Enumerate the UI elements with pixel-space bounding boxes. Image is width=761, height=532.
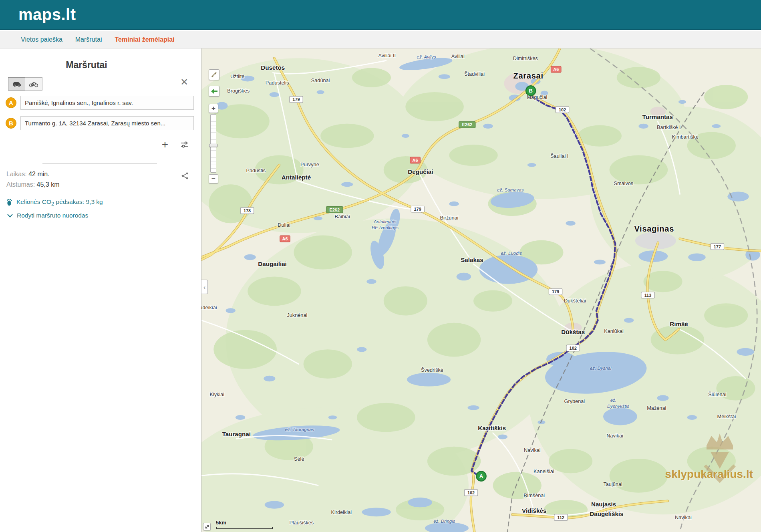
zoom-slider-handle[interactable] — [209, 144, 217, 147]
add-waypoint-button[interactable]: + — [162, 139, 168, 150]
route-options-button[interactable] — [180, 141, 189, 149]
map-label: Šiūlėnai — [708, 391, 726, 397]
map-label: ež. Samavas — [497, 187, 524, 192]
route-arrow-tool-button[interactable] — [209, 86, 219, 97]
road-badge: 113 — [641, 292, 654, 298]
bike-mode-button[interactable] — [25, 77, 42, 91]
distance-row: Atstumas: 45,3 km — [6, 179, 60, 190]
car-icon — [12, 81, 22, 87]
map-label: Kazitiškis — [478, 425, 506, 431]
road-badge: 179 — [549, 288, 562, 295]
svg-text:112: 112 — [558, 515, 565, 520]
road-badge: E262 — [326, 206, 343, 213]
map-label: Zarasai — [513, 71, 544, 80]
road-badge: 102 — [464, 490, 477, 496]
svg-text:177: 177 — [714, 244, 721, 249]
collapse-panel-button[interactable]: ‹ — [201, 280, 208, 294]
map-svg[interactable]: 179E262A6A6178E262179A617910210211317710… — [201, 48, 761, 532]
options-sliders-icon — [180, 141, 189, 149]
map-label: Daugailiai — [258, 260, 287, 267]
waypoint-b-badge: B — [6, 118, 16, 129]
road-badge: 102 — [566, 345, 580, 351]
share-route-button[interactable] — [181, 172, 189, 181]
route-marker-b[interactable]: B — [526, 86, 536, 95]
co2-text: Kelionės CO2 pėdsakas: 9,3 kg — [16, 198, 103, 207]
map-label: Salakas — [461, 256, 483, 263]
footprint-icon — [6, 199, 12, 207]
map-label: Klykiai — [209, 391, 224, 397]
map-label: Baibiai — [335, 214, 350, 220]
map-label: Kirdeikiai — [331, 509, 352, 515]
map-label: ež. Avilys — [417, 54, 436, 59]
map-label: Meikštai — [717, 413, 736, 419]
map-label: Navikai — [675, 514, 692, 520]
map-label: Bartkiškė I — [657, 124, 680, 130]
co2-footprint-row: Kelionės CO2 pėdsakas: 9,3 kg — [6, 198, 103, 207]
map-label: Juknėnai — [287, 312, 307, 318]
road-badge: 179 — [411, 206, 424, 212]
svg-text:A: A — [479, 473, 483, 479]
map-label: Aviliai — [451, 53, 465, 59]
zoom-in-button[interactable]: + — [209, 104, 218, 113]
zoom-slider-track[interactable] — [210, 114, 216, 173]
svg-text:179: 179 — [552, 289, 559, 294]
map-label: Aviliai II — [378, 52, 396, 58]
map-label: Vidiškės — [522, 507, 546, 514]
map-label: Grybenai — [564, 398, 585, 404]
map-label: Kimbartiškė — [672, 134, 699, 140]
svg-text:B: B — [529, 88, 533, 94]
waypoint-b-input[interactable] — [20, 116, 194, 130]
diagonal-expand-icon — [205, 524, 209, 529]
map-label: Dimitriškės — [513, 55, 538, 61]
main-nav: Vietos paieška Maršrutai Teminiai žemėla… — [0, 31, 761, 48]
map-label: Šauliai I — [550, 153, 568, 159]
car-mode-button[interactable] — [8, 77, 25, 91]
map-label: Navikai — [606, 433, 623, 439]
map-label: ež. Dysnai — [590, 366, 612, 371]
bike-icon — [29, 81, 38, 87]
show-directions-link[interactable]: Rodyti maršruto nuorodas — [7, 212, 88, 219]
map-label: Visaginas — [634, 224, 674, 233]
svg-text:E262: E262 — [330, 208, 340, 212]
scale-bar-label: 5km — [216, 520, 226, 526]
svg-text:A6: A6 — [553, 67, 559, 72]
svg-text:179: 179 — [414, 207, 421, 212]
map-label: Degučiai — [408, 168, 433, 175]
map-label: ež. — [610, 398, 616, 403]
nav-item-marsrutai[interactable]: Maršrutai — [75, 36, 102, 43]
nav-item-teminiai-zemelapiai[interactable]: Teminiai žemėlapiai — [115, 36, 174, 43]
scale-bar-line — [216, 527, 273, 529]
waypoint-row-b: B — [6, 116, 194, 130]
panel-divider — [42, 163, 157, 164]
chevron-down-icon — [7, 214, 13, 218]
road-badge: 179 — [290, 96, 303, 103]
map-label: Dysnykštis — [607, 404, 629, 409]
watermark-text: sklypukaralius.lt — [665, 468, 753, 481]
map-label: Duliai — [278, 222, 290, 228]
green-arrow-icon — [211, 89, 218, 94]
svg-text:178: 178 — [244, 208, 251, 213]
map-label: Dūkšteliai — [564, 298, 586, 304]
map-label: Naujasis — [591, 501, 616, 508]
map-label: Mažėnai — [647, 405, 666, 411]
measure-tool-button[interactable] — [209, 69, 219, 80]
distance-label: Atstumas: — [6, 181, 35, 188]
map-label: Štadviliai — [464, 71, 485, 77]
map-label: Dusetos — [261, 64, 285, 71]
map-label: adeikiai — [201, 304, 217, 310]
time-row: Laikas: 42 min. — [6, 169, 60, 179]
map-label: Dūkštas — [561, 328, 585, 335]
svg-text:102: 102 — [559, 107, 566, 112]
zoom-out-button[interactable]: − — [209, 174, 218, 183]
nav-item-vietos-paieska[interactable]: Vietos paieška — [21, 36, 62, 43]
waypoint-a-input[interactable] — [20, 96, 194, 110]
panel-title: Maršrutai — [0, 60, 173, 71]
maps-lt-logo[interactable]: maps.lt — [18, 6, 76, 24]
close-panel-button[interactable]: ✕ — [180, 77, 188, 87]
map-label: ež. Dringis — [433, 519, 455, 524]
route-marker-a[interactable]: A — [476, 472, 486, 481]
expand-map-button[interactable] — [203, 523, 211, 530]
road-badge: A6 — [280, 236, 290, 242]
svg-text:113: 113 — [644, 293, 652, 298]
map-viewport[interactable]: 179E262A6A6178E262179A617910210211317710… — [201, 48, 761, 532]
